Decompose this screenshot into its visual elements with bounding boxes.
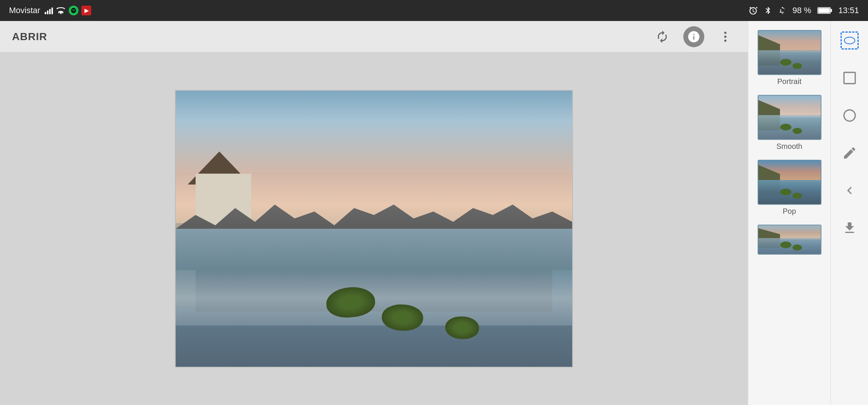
info-icon: [687, 30, 701, 44]
filter-smooth[interactable]: Smooth: [754, 92, 825, 154]
wifi-icon: [56, 6, 66, 15]
tools-panel: [830, 21, 868, 405]
filter-pop-label: Pop: [783, 207, 796, 216]
filter-four[interactable]: [754, 222, 825, 258]
selection-inner-arc: [844, 37, 855, 44]
download-tool-button[interactable]: [838, 216, 862, 240]
battery-icon: [817, 6, 832, 15]
svg-point-5: [724, 39, 726, 42]
pencil-icon: [842, 146, 857, 160]
square-tool-button[interactable]: [838, 66, 862, 90]
filter-portrait-label: Portrait: [777, 77, 801, 86]
filter-four-thumb: [758, 225, 821, 255]
more-button[interactable]: [715, 26, 736, 47]
spotify-icon: [69, 6, 78, 15]
signal-icon: [45, 7, 53, 14]
dashed-selection-icon: [841, 32, 859, 50]
filter-panel: Portrait Smooth Pop: [748, 21, 830, 405]
status-icons: ▶: [45, 6, 91, 15]
status-bar: Movistar ▶: [0, 0, 868, 21]
rotate-button[interactable]: [652, 26, 673, 47]
toolbar-icons: [652, 26, 736, 47]
info-button[interactable]: [683, 26, 704, 47]
bluetooth-icon: [764, 6, 772, 15]
photo-frame: [175, 90, 573, 368]
filter-portrait[interactable]: Portrait: [754, 27, 825, 89]
svg-rect-1: [830, 9, 832, 12]
svg-point-7: [844, 110, 855, 121]
toolbar: ABRIR: [0, 21, 748, 52]
filter-smooth-label: Smooth: [776, 142, 802, 151]
svg-rect-2: [818, 8, 830, 13]
pencil-tool-button[interactable]: [838, 141, 862, 165]
status-right: 98 % 13:51: [748, 6, 859, 15]
main-content: ABRIR: [0, 21, 748, 405]
app-area: ABRIR: [0, 21, 868, 405]
selection-tool-button[interactable]: [838, 28, 862, 52]
rotate-icon: [656, 30, 669, 44]
svg-point-4: [724, 36, 726, 38]
media-app-icon: ▶: [81, 6, 91, 15]
circle-icon: [842, 108, 857, 123]
filter-portrait-thumb: [758, 30, 821, 75]
back-tool-button[interactable]: [838, 178, 862, 202]
battery-label: 98 %: [793, 6, 811, 15]
back-icon: [842, 183, 857, 198]
more-icon: [719, 30, 732, 44]
square-icon: [842, 70, 857, 86]
filter-smooth-thumb: [758, 95, 821, 140]
status-left: Movistar ▶: [9, 6, 91, 15]
alarm-icon: [748, 6, 758, 15]
carrier-label: Movistar: [9, 6, 40, 15]
filter-pop[interactable]: Pop: [754, 157, 825, 219]
svg-rect-6: [844, 72, 855, 84]
circle-tool-button[interactable]: [838, 104, 862, 128]
time-label: 13:51: [838, 6, 859, 15]
photo-green-rock3: [445, 316, 479, 339]
notification-icon: [778, 6, 787, 15]
photo-canvas: [0, 52, 748, 405]
abrir-label: ABRIR: [12, 31, 47, 43]
svg-point-3: [724, 32, 726, 34]
download-icon: [842, 220, 857, 236]
filter-pop-thumb: [758, 160, 821, 205]
